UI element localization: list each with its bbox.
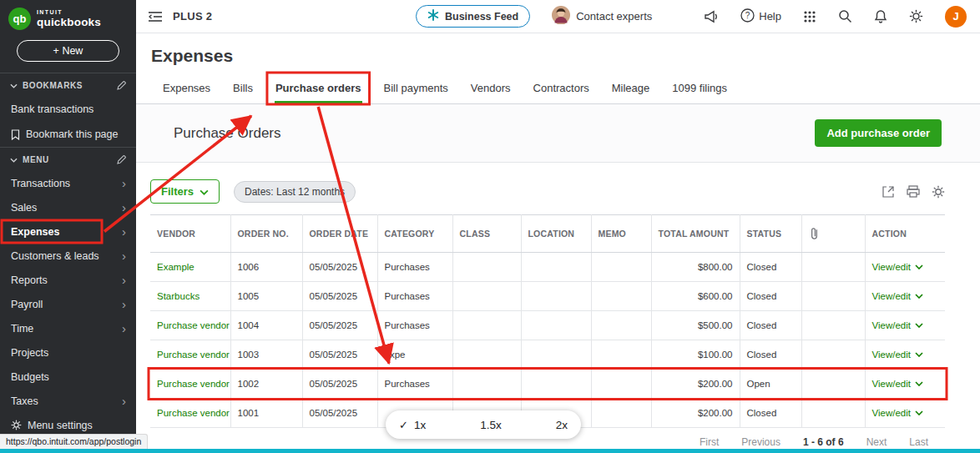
new-button[interactable]: + New — [17, 40, 119, 62]
cell-total-amount: $800.00 — [651, 253, 740, 282]
sidebar-item-customers-leads[interactable]: Customers & leads› — [0, 244, 136, 268]
column-header-status[interactable]: STATUS — [740, 215, 801, 253]
bookmarks-section-header[interactable]: BOOKMARKS — [0, 73, 136, 97]
cell-status: Open — [740, 370, 801, 399]
sidebar-item-reports[interactable]: Reports› — [0, 268, 136, 292]
vendor-link[interactable]: Purchase vendor — [157, 408, 230, 418]
pagination-first[interactable]: First — [700, 436, 719, 448]
sidebar-item-sales[interactable]: Sales› — [0, 195, 136, 219]
zoom-control: ✓1x1.5x2x — [386, 410, 581, 439]
edit-pencil-icon[interactable] — [117, 81, 126, 90]
pagination-previous[interactable]: Previous — [741, 436, 780, 448]
column-header-action[interactable]: ACTION — [865, 215, 945, 253]
column-header-category[interactable]: CATEGORY — [377, 215, 452, 253]
column-header-location[interactable]: LOCATION — [521, 215, 591, 253]
view-edit-link[interactable]: View/edit — [872, 262, 923, 272]
sidebar-item-label: Taxes — [11, 395, 38, 407]
bookmarks-list: Bank transactionsBookmark this page — [0, 97, 136, 147]
cell-order-no: 1006 — [230, 253, 302, 282]
chevron-down-icon — [915, 323, 923, 328]
tab-1099-filings[interactable]: 1099 filings — [671, 74, 728, 103]
user-avatar[interactable]: J — [945, 6, 967, 28]
sidebar-item-bookmark-this-page[interactable]: Bookmark this page — [0, 122, 136, 147]
table-settings-gear-icon[interactable] — [932, 185, 945, 199]
column-header-attachments[interactable] — [801, 215, 865, 253]
zoom-option-2x[interactable]: 2x — [556, 419, 568, 431]
cell-action: View/edit — [865, 399, 945, 428]
cell-location — [521, 311, 591, 340]
sidebar-item-taxes[interactable]: Taxes› — [0, 389, 136, 413]
cell-class — [452, 370, 521, 399]
column-header-order-no[interactable]: ORDER NO. — [230, 215, 302, 253]
column-header-memo[interactable]: MEMO — [591, 215, 651, 253]
view-edit-link[interactable]: View/edit — [872, 379, 923, 389]
sidebar-item-projects[interactable]: Projects — [0, 340, 136, 365]
collapse-menu-icon[interactable] — [148, 11, 163, 23]
cell-status: Closed — [740, 253, 801, 282]
edit-pencil-icon[interactable] — [117, 155, 126, 164]
apps-grid-icon[interactable] — [803, 10, 816, 23]
tab-expenses[interactable]: Expenses — [162, 74, 211, 103]
search-icon[interactable] — [838, 9, 852, 23]
sidebar-item-bank-transactions[interactable]: Bank transactions — [0, 97, 136, 122]
sidebar-item-time[interactable]: Time› — [0, 316, 136, 340]
tab-bill-payments[interactable]: Bill payments — [383, 74, 449, 103]
add-purchase-order-button[interactable]: Add purchase order — [815, 119, 942, 147]
table-toolbar: Filters Dates: Last 12 months — [136, 163, 980, 214]
tab-bills[interactable]: Bills — [232, 74, 254, 103]
sidebar-item-budgets[interactable]: Budgets — [0, 365, 136, 389]
filters-button[interactable]: Filters — [150, 179, 220, 204]
zoom-option-1x[interactable]: ✓1x — [399, 419, 426, 431]
view-edit-link[interactable]: View/edit — [872, 350, 923, 360]
tab-purchase-orders[interactable]: Purchase orders — [275, 74, 362, 103]
contact-experts-button[interactable]: Contact experts — [552, 6, 652, 27]
dates-filter-chip[interactable]: Dates: Last 12 months — [234, 181, 356, 203]
cell-vendor: Purchase vendor — [150, 370, 230, 399]
cell-class — [452, 340, 521, 370]
sidebar: qb INTUIT quickbooks + New BOOKMARKS Ban… — [0, 0, 136, 453]
export-icon[interactable] — [881, 185, 895, 199]
vendor-link[interactable]: Starbucks — [157, 291, 200, 301]
logo-intuit-text: INTUIT — [37, 9, 101, 15]
chevron-right-icon: › — [122, 299, 126, 309]
pagination-last[interactable]: Last — [909, 436, 928, 448]
vendor-link[interactable]: Purchase vendor — [157, 350, 230, 360]
cell-order-no: 1002 — [230, 370, 302, 399]
zoom-option-1-5x[interactable]: 1.5x — [480, 419, 502, 431]
view-edit-link[interactable]: View/edit — [872, 408, 923, 418]
sidebar-item-payroll[interactable]: Payroll› — [0, 292, 136, 316]
cell-status: Closed — [740, 399, 801, 428]
chevron-down-icon — [10, 155, 18, 164]
column-header-class[interactable]: CLASS — [452, 215, 521, 253]
tab-vendors[interactable]: Vendors — [470, 74, 512, 103]
tab-mileage[interactable]: Mileage — [611, 74, 651, 103]
view-edit-link[interactable]: View/edit — [872, 320, 923, 330]
tab-contractors[interactable]: Contractors — [533, 74, 590, 103]
cell-order-no: 1001 — [230, 399, 302, 428]
sidebar-item-transactions[interactable]: Transactions› — [0, 171, 136, 195]
cell-category: Purchases — [377, 311, 452, 340]
business-feed-button[interactable]: Business Feed — [416, 5, 530, 28]
vendor-link[interactable]: Example — [157, 262, 194, 272]
announcements-megaphone-icon[interactable] — [704, 10, 719, 23]
print-icon[interactable] — [907, 185, 920, 198]
column-header-vendor[interactable]: VENDOR — [150, 215, 230, 253]
help-button[interactable]: ? Help — [740, 8, 781, 25]
column-header-order-date[interactable]: ORDER DATE — [302, 215, 377, 253]
settings-gear-icon[interactable] — [909, 9, 923, 23]
pagination-next[interactable]: Next — [866, 436, 887, 448]
vendor-link[interactable]: Purchase vendor — [157, 320, 230, 330]
cell-status: Closed — [740, 340, 801, 370]
quickbooks-app: qb INTUIT quickbooks + New BOOKMARKS Ban… — [0, 0, 980, 453]
notifications-bell-icon[interactable] — [874, 9, 887, 23]
business-feed-label: Business Feed — [445, 11, 518, 23]
column-header-total-amount[interactable]: TOTAL AMOUNT — [651, 215, 740, 253]
vendor-link[interactable]: Purchase vendor — [157, 379, 230, 389]
logo-quickbooks-text: quickbooks — [37, 16, 101, 28]
menu-section-header[interactable]: MENU — [0, 147, 136, 171]
sidebar-item-expenses[interactable]: Expenses› — [0, 219, 136, 244]
view-edit-link[interactable]: View/edit — [872, 291, 923, 301]
chevron-right-icon: › — [122, 179, 126, 188]
cell-vendor: Purchase vendor — [150, 399, 230, 428]
cell-order-no: 1004 — [230, 311, 302, 340]
